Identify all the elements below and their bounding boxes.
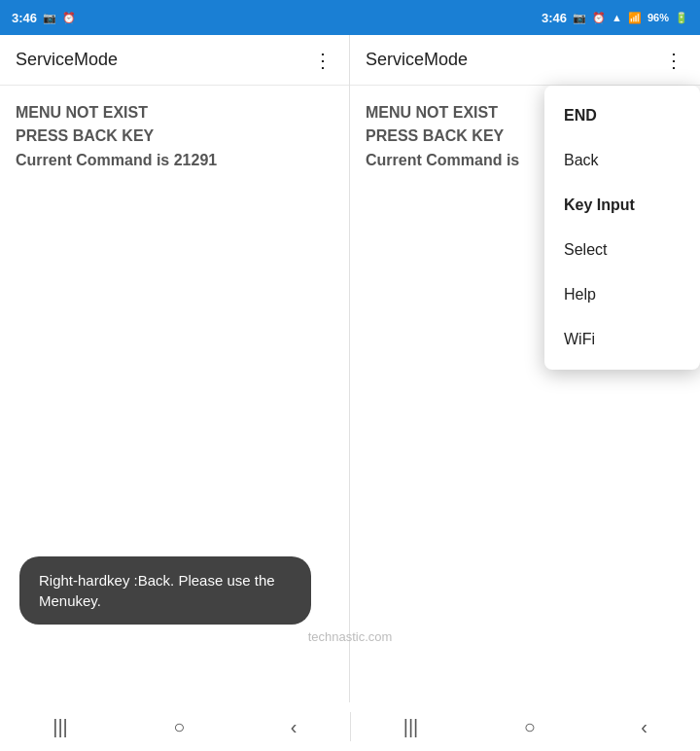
- dropdown-menu: ENDBackKey InputSelectHelpWiFi: [544, 86, 700, 370]
- back-button-right[interactable]: ‹: [641, 716, 648, 738]
- status-time-left: 3:46: [12, 11, 37, 25]
- battery-icon: 96%: [648, 12, 669, 23]
- right-menu-button[interactable]: ⋮: [664, 49, 684, 72]
- wifi-icon: ▲: [612, 12, 622, 23]
- tooltip-text: Right-hardkey :Back. Please use the Menu…: [39, 572, 275, 609]
- dropdown-item-select[interactable]: Select: [544, 228, 700, 272]
- panel-right: ServiceMode ⋮ MENU NOT EXIST PRESS BACK …: [350, 35, 700, 702]
- left-app-title: ServiceMode: [16, 50, 118, 70]
- camera-icon-right: 📷: [573, 12, 586, 24]
- right-app-title: ServiceMode: [366, 50, 468, 70]
- left-line1: MENU NOT EXIST: [16, 101, 333, 125]
- status-bar-right: 3:46 📷 ⏰ ▲ 📶 96% 🔋: [350, 11, 688, 25]
- status-bar-left: 3:46 📷 ⏰: [12, 11, 350, 25]
- recent-apps-button-right[interactable]: |||: [403, 716, 419, 738]
- home-button-right[interactable]: ○: [524, 716, 536, 738]
- signal-icon: 📶: [628, 12, 642, 24]
- left-line3: Current Command is 21291: [16, 152, 333, 169]
- dropdown-item-end[interactable]: END: [544, 93, 700, 138]
- recent-apps-button-left[interactable]: |||: [52, 716, 68, 738]
- status-time-right: 3:46: [542, 11, 567, 25]
- alarm-icon-right: ⏰: [592, 12, 606, 24]
- nav-left: ||| ○ ‹: [0, 716, 350, 738]
- dropdown-item-help[interactable]: Help: [544, 272, 700, 317]
- watermark: technastic.com: [308, 629, 393, 644]
- camera-icon: 📷: [43, 12, 56, 24]
- nav-bar: ||| ○ ‹ ||| ○ ‹: [0, 702, 700, 751]
- status-bar: 3:46 📷 ⏰ 3:46 📷 ⏰ ▲ 📶 96% 🔋: [0, 0, 700, 35]
- right-toolbar: ServiceMode ⋮: [350, 35, 700, 86]
- left-menu-button[interactable]: ⋮: [313, 49, 333, 72]
- split-container: ServiceMode ⋮ MENU NOT EXIST PRESS BACK …: [0, 35, 700, 702]
- left-toolbar: ServiceMode ⋮: [0, 35, 349, 86]
- tooltip: Right-hardkey :Back. Please use the Menu…: [19, 556, 311, 625]
- nav-right: ||| ○ ‹: [351, 716, 701, 738]
- left-line2: PRESS BACK KEY: [16, 125, 333, 148]
- battery-charging-icon: 🔋: [675, 12, 688, 24]
- dropdown-item-wifi[interactable]: WiFi: [544, 317, 700, 362]
- back-button-left[interactable]: ‹: [291, 716, 298, 738]
- alarm-icon: ⏰: [62, 12, 76, 24]
- dropdown-item-key-input[interactable]: Key Input: [544, 183, 700, 228]
- dropdown-item-back[interactable]: Back: [544, 138, 700, 183]
- home-button-left[interactable]: ○: [173, 716, 185, 738]
